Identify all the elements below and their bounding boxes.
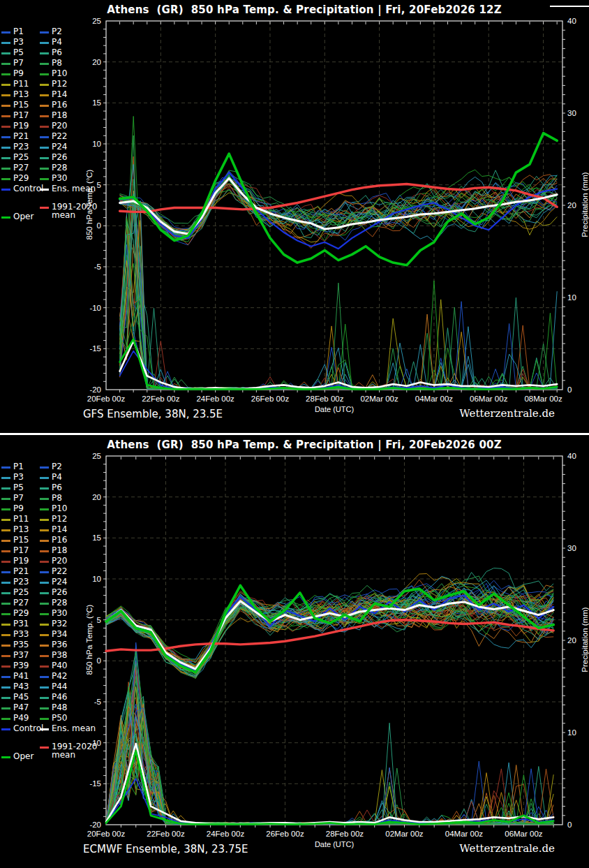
legend-member-p1-label: P1 (13, 27, 24, 36)
legend-clim-line2-label: mean (52, 750, 75, 760)
legend-member-p25-label: P25 (13, 152, 29, 162)
legend-member-p3-swatch (1, 477, 10, 479)
legend-member-p13-swatch (1, 94, 10, 96)
ensemble-member-precip-line (106, 682, 553, 825)
legend-member-p23-label: P23 (13, 142, 29, 152)
legend-member-p39-label: P39 (13, 661, 29, 670)
legend-member-p20-swatch (40, 126, 49, 128)
legend-member-p11-swatch (1, 84, 10, 86)
legend-member-p30-label: P30 (52, 608, 68, 618)
legend-member-p3-swatch (1, 42, 10, 44)
ensemble-member-precip-line (106, 664, 553, 825)
legend-member-p8-swatch (40, 63, 49, 65)
legend-member-p10-swatch (40, 73, 49, 75)
precip-tick-label: 30 (567, 544, 576, 552)
ensemble-member-precip-line (106, 703, 553, 824)
ecmwf-ensemble-panel: Athens (GR) 850 hPa Temp. & Precipitatio… (0, 435, 589, 868)
precip-tick-label: 20 (567, 636, 576, 645)
temp-tick-label: -10 (89, 304, 101, 312)
ensemble-member-precip-line (120, 156, 558, 389)
legend-member-p19-swatch (1, 561, 10, 563)
legend-member-p14-swatch (40, 94, 49, 96)
legend-member-p15-swatch (1, 540, 10, 542)
temp-tick-label: 5 (97, 181, 101, 189)
legend-member-p2-swatch (40, 31, 49, 34)
legend-member-p29-label: P29 (13, 608, 29, 618)
legend-member-p7-swatch (1, 498, 10, 500)
legend-member-p36-label: P36 (52, 640, 68, 649)
ensemble-member-precip-line (120, 260, 558, 389)
legend-member-p20-label: P20 (52, 121, 68, 131)
date-tick-label: 02Mar 00z (360, 395, 398, 403)
temp-tick-label: 5 (97, 616, 101, 624)
precip-tick-label: 10 (567, 728, 576, 737)
legend-member-p14-label: P14 (52, 89, 68, 99)
legend-member-p27-label: P27 (13, 598, 29, 608)
legend-member-p48-swatch (40, 707, 49, 709)
legend-member-p32-swatch (40, 624, 49, 626)
legend-member-p16-swatch (40, 105, 49, 107)
legend-member-p46-label: P46 (52, 692, 68, 702)
legend-member-p1-label: P1 (13, 462, 24, 471)
legend-member-p7-label: P7 (13, 58, 24, 68)
legend-member-p12-swatch (40, 519, 49, 521)
wetterzentrale-ensemble-page: Athens (GR) 850 hPa Temp. & Precipitatio… (0, 0, 589, 868)
legend-member-p46-swatch (40, 697, 49, 699)
legend-member-p33-swatch (1, 634, 10, 636)
legend-member-p20-swatch (40, 561, 49, 563)
ensemble-member-precip-line (120, 220, 558, 389)
precip-tick-label: 20 (567, 201, 576, 209)
ensemble-member-precip-line (106, 682, 553, 825)
legend-member-p35-label: P35 (13, 640, 29, 649)
legend-member-p24-label: P24 (52, 577, 68, 587)
legend-oper-swatch (1, 756, 10, 758)
legend-member-p5-swatch (1, 52, 10, 54)
date-tick-label: 06Mar 00z (505, 830, 543, 838)
date-tick-label: 20Feb 00z (87, 830, 126, 838)
temp-axis-label: 850 hPa Temp. (°C) (85, 128, 94, 281)
precip-tick-label: 30 (567, 109, 576, 117)
legend-member-p37-swatch (1, 655, 10, 657)
legend-member-p25-label: P25 (13, 587, 29, 597)
ens-mean-precip-line (106, 744, 553, 824)
legend-member-p45-label: P45 (13, 692, 29, 702)
legend-member-p21-label: P21 (13, 131, 29, 141)
legend-member-p26-label: P26 (52, 587, 68, 597)
ensemble-member-precip-line (106, 720, 553, 825)
ensemble-member-precip-line (106, 677, 553, 825)
watermark: Wetterzentrale.de (459, 842, 555, 855)
legend-member-p17-swatch (1, 550, 10, 552)
legend-member-p47-swatch (1, 707, 10, 709)
legend-member-p28-swatch (40, 603, 49, 605)
precip-axis-label: Precipitation (mm) (581, 128, 589, 281)
ensemble-member-precip-line (106, 670, 553, 824)
date-tick-label: 04Mar 00z (415, 395, 454, 403)
legend-member-p4-label: P4 (52, 37, 62, 47)
legend-member-p18-swatch (40, 115, 49, 117)
legend-member-p14-swatch (40, 529, 49, 531)
legend-control-label: Control (13, 723, 43, 733)
legend-member-p27-label: P27 (13, 163, 29, 172)
ensemble-member-precip-line (106, 651, 553, 824)
ensemble-member-precip-line (106, 664, 553, 825)
legend-member-p25-swatch (1, 592, 10, 594)
watermark: Wetterzentrale.de (459, 407, 555, 420)
ensemble-member-precip-line (106, 707, 553, 824)
ensemble-member-precip-line (120, 297, 558, 390)
date-tick-label: 20Feb 00z (87, 395, 126, 403)
legend-member-p22-label: P22 (52, 566, 68, 576)
ensemble-member-precip-line (106, 714, 553, 824)
ensemble-member-precip-line (106, 711, 553, 824)
legend-member-p9-swatch (1, 73, 10, 75)
legend-member-p39-swatch (1, 665, 10, 668)
legend-member-p44-label: P44 (52, 682, 68, 691)
legend-member-p8-label: P8 (52, 58, 62, 68)
legend-member-p14-label: P14 (52, 524, 68, 534)
legend-member-p22-swatch (40, 571, 49, 573)
legend-member-p12-label: P12 (52, 514, 68, 524)
legend-member-p5-swatch (1, 487, 10, 490)
legend-member-p37-label: P37 (13, 650, 29, 660)
legend-member-p25-swatch (1, 157, 10, 159)
legend-member-p26-swatch (40, 157, 49, 159)
legend-member-p7-swatch (1, 63, 10, 65)
